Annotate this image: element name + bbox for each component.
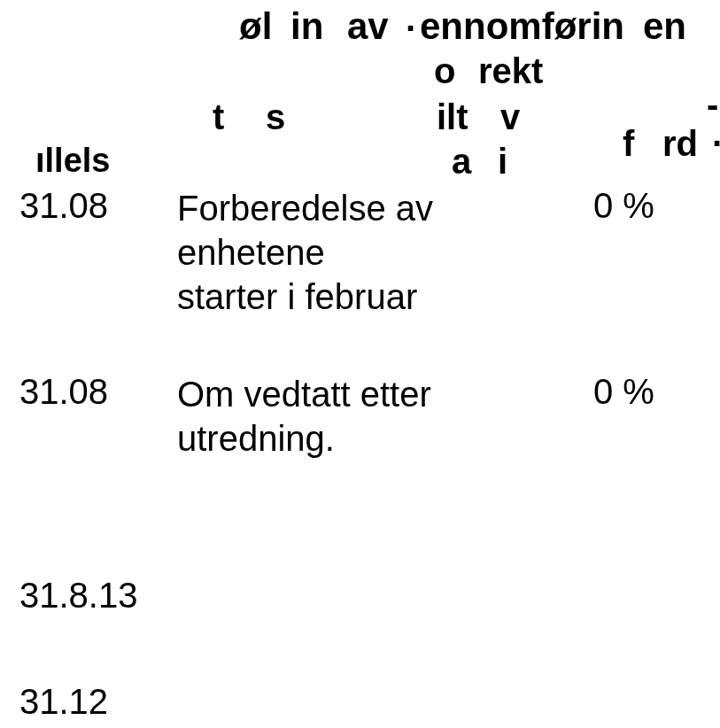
cell-text: Om vedtatt etter utredning. <box>177 372 434 461</box>
hdr-frag: t <box>213 97 224 137</box>
hdr-frag: a <box>452 142 471 182</box>
hdr-frag: s <box>266 97 285 137</box>
hdr-frag: rd <box>662 124 698 164</box>
hdr-frag: rekt <box>478 51 543 91</box>
decoration: · <box>712 124 720 164</box>
hdr-frag: ilt <box>437 97 468 137</box>
hdr-frag: en <box>643 5 686 48</box>
hdr-frag: o <box>434 51 455 91</box>
hdr-frag: ıllels <box>35 142 111 180</box>
cell-date: 31.8.13 <box>19 576 152 616</box>
decoration: - <box>707 85 718 125</box>
cell-pct: 0 % <box>593 372 700 412</box>
hdr-frag: f <box>623 124 634 164</box>
hdr-frag: in <box>290 5 323 48</box>
hdr-frag: v <box>500 97 520 137</box>
cell-date: 31.08 <box>19 372 152 412</box>
hdr-frag: av <box>347 5 389 48</box>
decoration: · <box>406 9 415 49</box>
cell-pct: 0 % <box>593 186 700 226</box>
hdr-frag: øl <box>239 5 272 48</box>
cell-date: 31.12 <box>19 682 152 722</box>
cell-text: Forberedelse av enhetene starter i febru… <box>177 186 434 319</box>
hdr-frag: i <box>498 142 507 182</box>
cell-date: 31.08 <box>19 186 152 226</box>
hdr-frag: ennomførin <box>420 5 624 48</box>
